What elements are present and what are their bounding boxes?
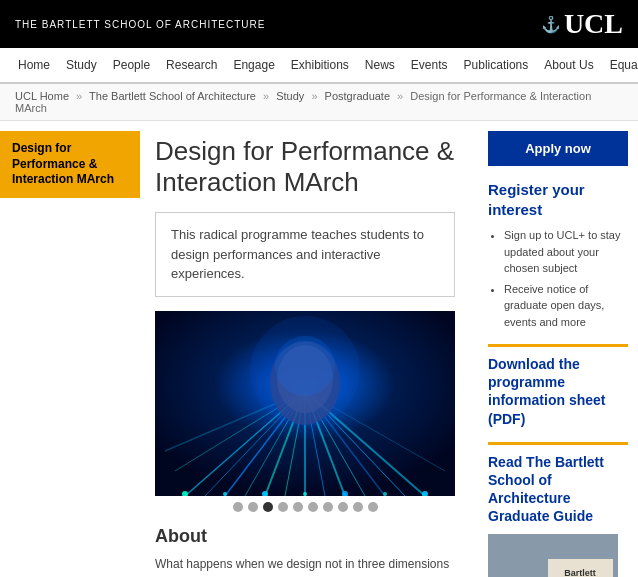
nav-events[interactable]: Events <box>403 48 456 82</box>
carousel-dot-3[interactable] <box>278 502 288 512</box>
carousel-dot-2[interactable] <box>263 502 273 512</box>
main-nav: Home Study People Research Engage Exhibi… <box>0 48 638 84</box>
download-section: Download the programme information sheet… <box>488 344 628 428</box>
carousel-dot-1[interactable] <box>248 502 258 512</box>
breadcrumb-ucl-home[interactable]: UCL Home <box>15 90 69 102</box>
nav-engage[interactable]: Engage <box>225 48 282 82</box>
carousel-dot-5[interactable] <box>308 502 318 512</box>
nav-home[interactable]: Home <box>10 48 58 82</box>
top-bar: THE BARTLETT SCHOOL OF ARCHITECTURE ⚓ UC… <box>0 0 638 48</box>
nav-research[interactable]: Research <box>158 48 225 82</box>
breadcrumb: UCL Home » The Bartlett School of Archit… <box>0 84 638 121</box>
nav-people[interactable]: People <box>105 48 158 82</box>
apply-now-button[interactable]: Apply now <box>488 131 628 166</box>
breadcrumb-sep-2: » <box>263 90 269 102</box>
breadcrumb-sep-1: » <box>76 90 82 102</box>
carousel-container <box>155 311 455 518</box>
page-title: Design for Performance & Interaction MAr… <box>155 136 468 198</box>
read-section: Read The Bartlett School of Architecture… <box>488 442 628 577</box>
breadcrumb-sep-4: » <box>397 90 403 102</box>
carousel-dot-9[interactable] <box>368 502 378 512</box>
logo-text: UCL <box>564 8 623 40</box>
nav-exhibitions[interactable]: Exhibitions <box>283 48 357 82</box>
carousel-dot-8[interactable] <box>353 502 363 512</box>
svg-point-24 <box>303 492 307 496</box>
nav-news[interactable]: News <box>357 48 403 82</box>
carousel-dot-4[interactable] <box>293 502 303 512</box>
carousel-dot-0[interactable] <box>233 502 243 512</box>
carousel-dot-7[interactable] <box>338 502 348 512</box>
register-item-1: Receive notice of graduate open days, ev… <box>504 281 628 331</box>
guide-image: Bartlett School of Architecture Graduate… <box>488 534 618 578</box>
nav-equality[interactable]: Equality, Diversity and Inclusion <box>602 48 638 82</box>
content-wrapper: Design for Performance & Interaction MAr… <box>0 121 638 577</box>
register-section: Register your interest Sign up to UCL+ t… <box>488 180 628 330</box>
right-panel: Apply now Register your interest Sign up… <box>483 121 638 577</box>
nav-about-us[interactable]: About Us <box>536 48 601 82</box>
download-title[interactable]: Download the programme information sheet… <box>488 355 628 428</box>
register-item-0: Sign up to UCL+ to stay updated about yo… <box>504 227 628 277</box>
svg-text:Bartlett: Bartlett <box>564 568 596 578</box>
ucl-logo: ⚓ UCL <box>541 8 623 40</box>
breadcrumb-study[interactable]: Study <box>276 90 304 102</box>
breadcrumb-sep-3: » <box>311 90 317 102</box>
nav-study[interactable]: Study <box>58 48 105 82</box>
intro-box: This radical programme teaches students … <box>155 212 455 297</box>
about-paragraph-1: What happens when we design not in three… <box>155 555 468 577</box>
register-list: Sign up to UCL+ to stay updated about yo… <box>488 227 628 330</box>
carousel-dots <box>155 496 455 518</box>
register-title: Register your interest <box>488 180 628 219</box>
breadcrumb-bartlett[interactable]: The Bartlett School of Architecture <box>89 90 256 102</box>
nav-publications[interactable]: Publications <box>456 48 537 82</box>
main-content: Design for Performance & Interaction MAr… <box>140 121 483 577</box>
school-name: THE BARTLETT SCHOOL OF ARCHITECTURE <box>15 19 265 30</box>
intro-text: This radical programme teaches students … <box>171 227 424 281</box>
svg-point-20 <box>275 336 335 396</box>
read-title[interactable]: Read The Bartlett School of Architecture… <box>488 453 628 526</box>
carousel-image <box>155 311 455 496</box>
sidebar: Design for Performance & Interaction MAr… <box>0 121 140 577</box>
about-heading: About <box>155 526 468 547</box>
svg-point-26 <box>383 492 387 496</box>
breadcrumb-postgraduate[interactable]: Postgraduate <box>325 90 390 102</box>
sidebar-active-item[interactable]: Design for Performance & Interaction MAr… <box>0 131 140 198</box>
crest-icon: ⚓ <box>541 15 561 34</box>
svg-point-22 <box>223 492 227 496</box>
carousel-dot-6[interactable] <box>323 502 333 512</box>
